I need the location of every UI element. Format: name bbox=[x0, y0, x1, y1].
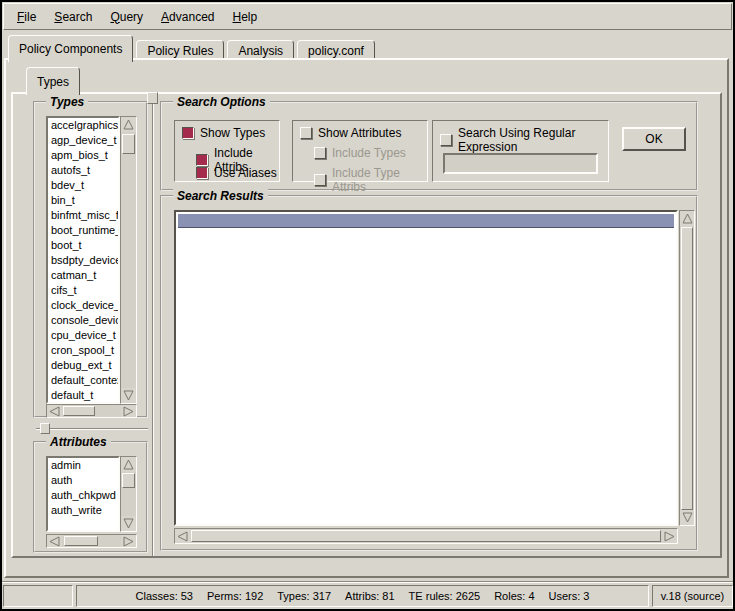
scroll-thumb[interactable] bbox=[64, 536, 98, 546]
scroll-thumb[interactable] bbox=[63, 406, 95, 416]
search-options-frame-label: Search Options bbox=[173, 95, 270, 109]
type-list-item[interactable]: accelgraphics_e bbox=[48, 118, 118, 133]
scroll-up-icon[interactable] bbox=[121, 457, 136, 472]
menu-file[interactable]: File bbox=[8, 7, 45, 27]
status-left-panel bbox=[3, 585, 73, 607]
type-list-item[interactable]: debug_ext_t bbox=[48, 358, 118, 373]
type-list-item[interactable]: bsdpty_device_ bbox=[48, 253, 118, 268]
menu-search[interactable]: Search bbox=[45, 7, 101, 27]
type-list-item[interactable]: cpu_device_t bbox=[48, 328, 118, 343]
checkbox-label: Include Type Attribs bbox=[332, 166, 427, 194]
scroll-right-icon[interactable] bbox=[662, 529, 677, 543]
checkbox-indicator-icon bbox=[182, 127, 194, 139]
status-stats-panel: Classes: 53Perms: 192Types: 317Attribs: … bbox=[76, 585, 649, 607]
attribute-list-item[interactable]: auth_write bbox=[48, 503, 118, 518]
stat-item: Attribs: 81 bbox=[345, 590, 395, 602]
attribute-list-item[interactable]: auth_chkpwd bbox=[48, 488, 118, 503]
attributes-frame-label: Attributes bbox=[46, 435, 111, 449]
stat-item: Classes: 53 bbox=[136, 590, 193, 602]
scroll-thumb[interactable] bbox=[681, 227, 693, 510]
checkbox-indicator-icon bbox=[300, 127, 312, 139]
menu-help[interactable]: Help bbox=[223, 7, 266, 27]
types-vertical-scrollbar[interactable] bbox=[120, 116, 137, 404]
search-results-frame: Search Results bbox=[160, 195, 698, 551]
attribute-list-item[interactable]: auth bbox=[48, 473, 118, 488]
show-attributes-groupbox: Show Attributes Include Types Include Ty… bbox=[292, 120, 428, 182]
type-list-item[interactable]: default_t bbox=[48, 388, 118, 403]
scroll-down-icon[interactable] bbox=[121, 516, 136, 531]
type-list-item[interactable]: cifs_t bbox=[48, 283, 118, 298]
type-list-item[interactable]: apm_bios_t bbox=[48, 148, 118, 163]
show-attributes-checkbox[interactable]: Show Attributes bbox=[300, 126, 401, 140]
tab-types[interactable]: Types bbox=[26, 67, 80, 95]
checkbox-indicator-icon bbox=[440, 134, 452, 146]
type-list-item[interactable]: clock_device_t bbox=[48, 298, 118, 313]
scroll-up-icon[interactable] bbox=[121, 117, 136, 132]
types-frame-label: Types bbox=[46, 95, 88, 109]
type-list-item[interactable]: agp_device_t bbox=[48, 133, 118, 148]
scroll-left-icon[interactable] bbox=[47, 535, 62, 547]
policy-version: v.18 (source) bbox=[661, 590, 724, 602]
left-pane-sash-handle[interactable] bbox=[40, 423, 50, 434]
type-list-item[interactable]: bin_t bbox=[48, 193, 118, 208]
type-list-item[interactable]: catman_t bbox=[48, 268, 118, 283]
scroll-right-icon[interactable] bbox=[121, 535, 136, 547]
types-frame: Types accelgraphics_eagp_device_tapm_bio… bbox=[33, 101, 148, 418]
type-list-item[interactable]: autofs_t bbox=[48, 163, 118, 178]
show-types-groupbox: Show Types Include Attribs Use Aliases bbox=[174, 120, 280, 182]
stat-item: TE rules: 2625 bbox=[409, 590, 481, 602]
menu-query[interactable]: Query bbox=[101, 7, 152, 27]
checkbox-label: Search Using Regular Expression bbox=[458, 126, 608, 154]
status-separator bbox=[2, 581, 733, 583]
attributes-frame: Attributes adminauthauth_chkpwdauth_writ… bbox=[33, 441, 148, 553]
main-pane-sash[interactable] bbox=[152, 96, 154, 556]
types-horizontal-scrollbar[interactable] bbox=[46, 404, 137, 418]
scroll-thumb[interactable] bbox=[122, 134, 135, 154]
type-list-item[interactable]: boot_runtime_t bbox=[48, 223, 118, 238]
type-list-item[interactable]: cron_spool_t bbox=[48, 343, 118, 358]
scroll-thumb[interactable] bbox=[191, 530, 661, 542]
use-aliases-checkbox[interactable]: Use Aliases bbox=[196, 166, 277, 180]
tab-policy-components[interactable]: Policy Components bbox=[8, 35, 133, 62]
menu-advanced[interactable]: Advanced bbox=[152, 7, 223, 27]
scroll-right-icon[interactable] bbox=[121, 405, 136, 417]
tab-policy-conf[interactable]: policy.conf bbox=[297, 40, 375, 60]
include-type-attribs-checkbox[interactable]: Include Type Attribs bbox=[314, 166, 427, 194]
regex-groupbox: Search Using Regular Expression bbox=[432, 120, 609, 182]
scroll-left-icon[interactable] bbox=[47, 405, 62, 417]
type-list-item[interactable]: binfmt_misc_fs bbox=[48, 208, 118, 223]
scroll-left-icon[interactable] bbox=[175, 529, 190, 543]
show-types-checkbox[interactable]: Show Types bbox=[182, 126, 265, 140]
checkbox-label: Show Types bbox=[200, 126, 265, 140]
search-results-frame-label: Search Results bbox=[173, 189, 268, 203]
attribute-list-item[interactable]: admin bbox=[48, 458, 118, 473]
attributes-vertical-scrollbar[interactable] bbox=[120, 456, 137, 532]
main-pane-sash-handle[interactable] bbox=[147, 92, 158, 104]
tab-analysis[interactable]: Analysis bbox=[227, 40, 294, 60]
checkbox-label: Show Attributes bbox=[318, 126, 401, 140]
results-horizontal-scrollbar[interactable] bbox=[174, 528, 678, 544]
ok-button[interactable]: OK bbox=[622, 127, 686, 151]
status-version-panel: v.18 (source) bbox=[652, 585, 733, 607]
attributes-listbox[interactable]: adminauthauth_chkpwdauth_write bbox=[46, 456, 120, 532]
results-vertical-scrollbar[interactable] bbox=[679, 210, 695, 526]
selected-line-highlight bbox=[178, 214, 674, 228]
stat-item: Perms: 192 bbox=[207, 590, 263, 602]
type-list-item[interactable]: bdev_t bbox=[48, 178, 118, 193]
include-types-checkbox[interactable]: Include Types bbox=[314, 146, 406, 160]
types-listbox[interactable]: accelgraphics_eagp_device_tapm_bios_taut… bbox=[46, 116, 120, 404]
search-results-textarea[interactable] bbox=[174, 210, 678, 526]
scroll-thumb[interactable] bbox=[122, 473, 135, 488]
regex-input[interactable] bbox=[443, 153, 598, 174]
tab-policy-rules[interactable]: Policy Rules bbox=[136, 40, 224, 60]
stat-item: Types: 317 bbox=[277, 590, 331, 602]
scroll-up-icon[interactable] bbox=[680, 211, 694, 226]
type-list-item[interactable]: boot_t bbox=[48, 238, 118, 253]
scroll-down-icon[interactable] bbox=[121, 388, 136, 403]
regex-checkbox[interactable]: Search Using Regular Expression bbox=[440, 126, 608, 154]
scroll-down-icon[interactable] bbox=[680, 510, 694, 525]
type-list-item[interactable]: default_context bbox=[48, 373, 118, 388]
left-pane-sash[interactable] bbox=[36, 428, 148, 430]
type-list-item[interactable]: console_device bbox=[48, 313, 118, 328]
attributes-horizontal-scrollbar[interactable] bbox=[46, 534, 137, 548]
